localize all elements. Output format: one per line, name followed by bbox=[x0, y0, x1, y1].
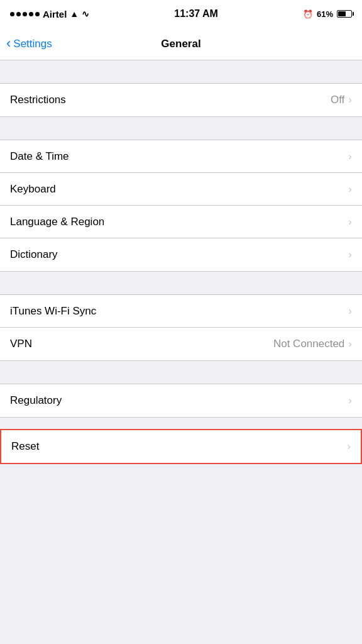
section-gap-2 bbox=[0, 117, 362, 140]
restrictions-group: Restrictions Off › bbox=[0, 83, 362, 117]
reset-right: › bbox=[347, 440, 351, 453]
back-label: Settings bbox=[13, 38, 52, 50]
battery-icon bbox=[337, 10, 352, 18]
vpn-item[interactable]: VPN Not Connected › bbox=[0, 328, 362, 360]
vpn-label: VPN bbox=[10, 338, 32, 350]
section-gap-3 bbox=[0, 272, 362, 294]
dictionary-label: Dictionary bbox=[10, 248, 58, 261]
date-time-item[interactable]: Date & Time › bbox=[0, 140, 362, 173]
reset-group: Reset › bbox=[0, 429, 362, 464]
restrictions-chevron-icon: › bbox=[348, 94, 352, 106]
regulatory-item[interactable]: Regulatory › bbox=[0, 384, 362, 417]
signal-dot-3 bbox=[23, 12, 27, 16]
signal-dot-2 bbox=[16, 12, 21, 16]
page-bottom-gap bbox=[0, 464, 362, 477]
signal-dot-4 bbox=[29, 12, 33, 16]
regulatory-group: Regulatory › bbox=[0, 384, 362, 418]
regulatory-label: Regulatory bbox=[10, 394, 62, 407]
keyboard-right: › bbox=[348, 183, 352, 196]
reset-label: Reset bbox=[11, 440, 39, 453]
language-region-item[interactable]: Language & Region › bbox=[0, 206, 362, 238]
restrictions-right: Off › bbox=[331, 94, 352, 106]
itunes-group: iTunes Wi-Fi Sync › VPN Not Connected › bbox=[0, 294, 362, 361]
reset-item[interactable]: Reset › bbox=[1, 430, 361, 463]
language-region-chevron-icon: › bbox=[348, 216, 352, 228]
signal-dot-1 bbox=[10, 12, 14, 16]
keyboard-item[interactable]: Keyboard › bbox=[0, 173, 362, 206]
itunes-right: › bbox=[348, 305, 352, 318]
keyboard-label: Keyboard bbox=[10, 183, 56, 196]
reset-chevron-icon: › bbox=[347, 440, 351, 453]
keyboard-chevron-icon: › bbox=[348, 183, 352, 196]
carrier-label: Airtel bbox=[43, 9, 67, 19]
status-time: 11:37 AM bbox=[174, 8, 218, 19]
restrictions-item[interactable]: Restrictions Off › bbox=[0, 84, 362, 116]
vpn-value: Not Connected bbox=[273, 338, 344, 350]
back-chevron-icon: ‹ bbox=[6, 36, 11, 50]
regulatory-right: › bbox=[348, 394, 352, 407]
section-gap-4 bbox=[0, 361, 362, 384]
section-gap-5 bbox=[0, 418, 362, 429]
restrictions-value: Off bbox=[331, 94, 344, 106]
date-time-chevron-icon: › bbox=[348, 150, 352, 163]
signal-dots bbox=[10, 12, 40, 16]
section-gap-1 bbox=[0, 60, 362, 83]
status-bar: Airtel ▲ ∿ 11:37 AM ⏰ 61% bbox=[0, 0, 362, 28]
nav-bar: ‹ Settings General bbox=[0, 28, 362, 60]
datetime-group: Date & Time › Keyboard › Language & Regi… bbox=[0, 140, 362, 272]
restrictions-label: Restrictions bbox=[10, 94, 66, 106]
dictionary-item[interactable]: Dictionary › bbox=[0, 238, 362, 271]
alarm-icon: ⏰ bbox=[303, 9, 313, 19]
back-button[interactable]: ‹ Settings bbox=[6, 37, 52, 50]
signal-dot-5 bbox=[35, 12, 40, 16]
date-time-label: Date & Time bbox=[10, 150, 69, 163]
itunes-wifi-sync-item[interactable]: iTunes Wi-Fi Sync › bbox=[0, 295, 362, 328]
page-title: General bbox=[161, 38, 200, 50]
status-right: ⏰ 61% bbox=[303, 9, 352, 19]
itunes-wifi-sync-label: iTunes Wi-Fi Sync bbox=[10, 305, 96, 318]
wifi-symbol: ∿ bbox=[82, 9, 89, 19]
status-left: Airtel ▲ ∿ bbox=[10, 9, 89, 19]
battery-percent: 61% bbox=[317, 9, 333, 19]
battery-container bbox=[337, 10, 352, 18]
dictionary-chevron-icon: › bbox=[348, 248, 352, 261]
vpn-right: Not Connected › bbox=[273, 338, 352, 350]
itunes-chevron-icon: › bbox=[348, 305, 352, 318]
language-region-label: Language & Region bbox=[10, 216, 104, 228]
regulatory-chevron-icon: › bbox=[348, 394, 352, 407]
dictionary-right: › bbox=[348, 248, 352, 261]
battery-fill bbox=[338, 11, 346, 16]
date-time-right: › bbox=[348, 150, 352, 163]
vpn-chevron-icon: › bbox=[348, 338, 352, 350]
language-region-right: › bbox=[348, 216, 352, 228]
wifi-icon: ▲ bbox=[70, 9, 79, 19]
